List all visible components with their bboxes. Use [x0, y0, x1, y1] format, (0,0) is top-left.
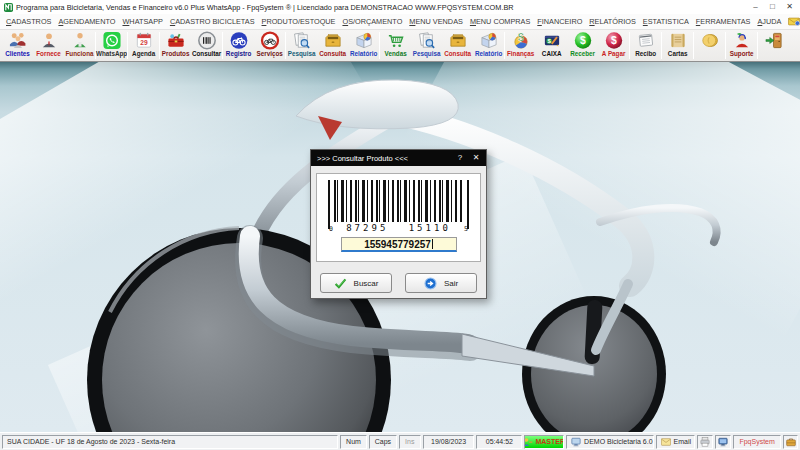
support-icon [732, 31, 752, 50]
calendar-icon: 29 [134, 31, 154, 50]
toolbar-button-vendas[interactable]: Vendas [380, 30, 411, 61]
toolbar-button-recibo[interactable]: Recibo [630, 30, 661, 61]
employee-icon [70, 31, 90, 50]
finance-pie-icon: $ [511, 31, 531, 50]
whatsapp-icon [102, 31, 122, 50]
toolbar-button-funcionarios[interactable]: Funciona [64, 30, 95, 61]
supplier-icon [39, 31, 59, 50]
pay-money-icon: $ [604, 31, 624, 50]
app-logo-icon [4, 3, 13, 12]
title-bar: Programa para Bicicletaria, Vendas e Fin… [0, 0, 800, 14]
status-bar: SUA CIDADE - UF 18 de Agosto de 2023 - S… [0, 432, 800, 450]
toolbar-button-a-pagar[interactable]: $A Pagar [598, 30, 629, 61]
toolbar-button-relatorio-os[interactable]: Relatório [348, 30, 379, 61]
toolbar-button-financas[interactable]: $Finanças [505, 30, 536, 61]
window-controls: – □ ✕ [747, 0, 798, 14]
menu-item-estatistica[interactable]: ESTATISTICA [643, 17, 689, 26]
toolbar-button-produtos[interactable]: Produtos [160, 30, 191, 61]
dialog-title: >>> Consultar Produto <<< [317, 154, 452, 163]
status-user-badge: MASTER [524, 435, 564, 449]
menu-item-menu-vendas[interactable]: MENU VENDAS [409, 17, 463, 26]
barcode-panel: 0 87295 15110 5 155945779257 [316, 173, 481, 262]
toolbar-button-relatorio-vendas[interactable]: Relatório [473, 30, 504, 61]
buscar-button[interactable]: Buscar [320, 273, 392, 293]
cash-book-icon: $ [542, 31, 562, 50]
coin-icon [700, 31, 720, 50]
menu-item-ferramentas[interactable]: FERRAMENTAS [696, 17, 751, 26]
menu-item-produto-estoque[interactable]: PRODUTO/ESTOQUE [262, 17, 336, 26]
svg-text:29: 29 [140, 39, 148, 46]
barcode-input-value: 155945779257 [364, 239, 431, 250]
status-caps-lock: Caps [369, 435, 397, 449]
status-case [783, 435, 798, 449]
barcode-digit-group2: 15110 [399, 223, 462, 233]
printer-icon [700, 437, 710, 447]
menu-item-cadastro-bicicletas[interactable]: CADASTRO BICICLETAS [170, 17, 255, 26]
toolbar-button-pesquisa-os[interactable]: Pesquisa [286, 30, 317, 61]
toolbar-button-consulta-vendas[interactable]: Consulta [442, 30, 473, 61]
menu-item-os-orcamento[interactable]: OS/ORÇAMENTO [342, 17, 402, 26]
toolbar-button-sair[interactable] [758, 30, 789, 61]
clients-icon [8, 31, 28, 50]
status-brand: FpqSystem [733, 435, 781, 449]
status-location-date: SUA CIDADE - UF 18 de Agosto de 2023 - S… [2, 435, 338, 449]
toolbar-button-fornecedores[interactable]: Fornece [33, 30, 64, 61]
dialog-help-button[interactable]: ? [452, 150, 468, 166]
menu-item-menu-compras[interactable]: MENU COMPRAS [470, 17, 530, 26]
user-key-icon [524, 437, 533, 447]
maximize-button[interactable]: □ [764, 0, 781, 14]
menu-item-whatsapp[interactable]: WHATSAPP [122, 17, 162, 26]
toolbox-icon [166, 31, 186, 50]
letters-icon [668, 31, 688, 50]
dialog-close-button[interactable]: ✕ [468, 150, 484, 166]
window-title: Programa para Bicicletaria, Vendas e Fin… [16, 3, 744, 12]
toolbar-button-consulta-os[interactable]: Consulta [317, 30, 348, 61]
toolbar-button-caixa[interactable]: $CAIXA [536, 30, 567, 61]
search-documents-icon [292, 31, 312, 50]
menu-item-cadastros[interactable]: CADASTROS [6, 17, 51, 26]
email-globe-icon [788, 17, 800, 26]
toolbar-button-consultar[interactable]: Consultar [191, 30, 222, 61]
envelope-icon [661, 437, 671, 447]
svg-text:$: $ [547, 37, 551, 44]
application-window: { "window": { "title": "Programa para Bi… [0, 0, 800, 450]
toolbar-button-whatsapp[interactable]: WhatsApp [96, 30, 127, 61]
status-email-button[interactable]: Email [656, 435, 696, 449]
toolbar-button-clientes[interactable]: Clientes [2, 30, 33, 61]
check-icon [334, 277, 347, 290]
report-box-icon [354, 31, 374, 50]
barcode-digit-group1: 87295 [336, 223, 399, 233]
minimize-button[interactable]: – [747, 0, 764, 14]
suitcase-icon [786, 437, 796, 447]
menu-item-agendamento[interactable]: AGENDAMENTO [58, 17, 115, 26]
status-printer-button[interactable] [697, 435, 713, 449]
toolbar-button-receber[interactable]: $Receber [567, 30, 598, 61]
sair-button[interactable]: Sair [405, 273, 477, 293]
dialog-buttons-row: Buscar Sair [311, 273, 486, 293]
status-network-button[interactable] [715, 435, 731, 449]
svg-text:$: $ [580, 35, 586, 46]
menu-item-financeiro[interactable]: FINANCEIRO [537, 17, 582, 26]
barcode-circle-icon [197, 31, 217, 50]
bike-registry-icon [229, 31, 249, 50]
shopping-cart-icon [386, 31, 406, 50]
close-button[interactable]: ✕ [781, 0, 798, 14]
menu-item-relatorios[interactable]: RELATÓRIOS [589, 17, 636, 26]
status-insert: Ins [399, 435, 421, 449]
consultar-produto-dialog: >>> Consultar Produto <<< ? ✕ 0 87295 15… [310, 149, 487, 299]
toolbar: Clientes Fornece Funciona WhatsApp 29Age… [0, 29, 800, 62]
status-time: 05:44:52 [476, 435, 522, 449]
barcode-image [334, 180, 463, 222]
svg-text:$: $ [518, 32, 524, 43]
toolbar-button-servicos[interactable]: Serviços [254, 30, 285, 61]
menu-item-ajuda[interactable]: AJUDA [757, 17, 781, 26]
barcode-input[interactable]: 155945779257 [341, 237, 457, 252]
toolbar-button-moeda[interactable] [694, 30, 725, 61]
toolbar-button-registro[interactable]: Registro [223, 30, 254, 61]
toolbar-button-pesquisa-vendas[interactable]: Pesquisa [411, 30, 442, 61]
toolbar-button-cartas[interactable]: Cartas [662, 30, 693, 61]
monitor-icon [571, 437, 581, 447]
menu-item-email[interactable]: E-MAIL [788, 17, 800, 26]
toolbar-button-suporte[interactable]: Suporte [726, 30, 757, 61]
toolbar-button-agenda[interactable]: 29Agenda [128, 30, 159, 61]
